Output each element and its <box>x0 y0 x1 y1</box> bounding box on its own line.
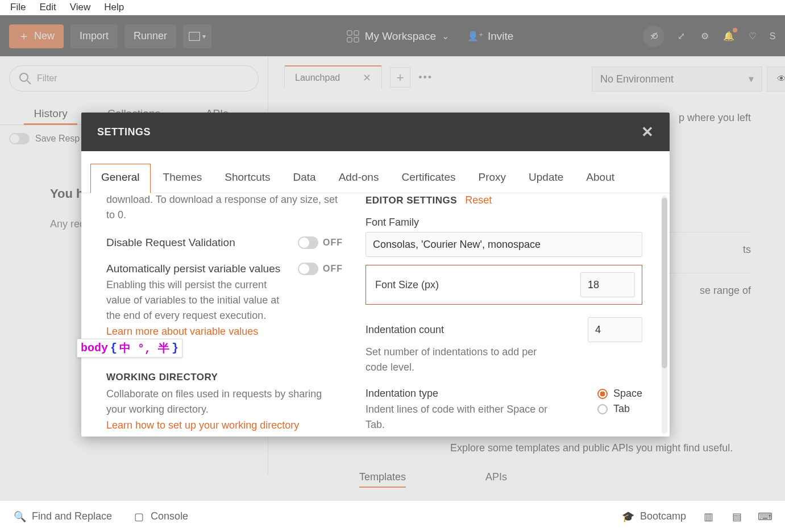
os-menu-edit[interactable]: Edit <box>32 1 63 14</box>
disable-validation-state: OFF <box>323 238 343 248</box>
indent-count-value: 4 <box>595 324 601 336</box>
toggle-switch-icon <box>298 263 318 275</box>
settings-right-column: EDITOR SETTINGS Reset Font Family Consol… <box>354 193 670 437</box>
persist-variables-state: OFF <box>323 264 343 274</box>
toggle-switch-icon <box>298 236 318 249</box>
settings-modal: SETTINGS ✕ General Themes Shortcuts Data… <box>81 113 670 437</box>
persist-variables-desc: Enabling this will persist the current v… <box>106 277 288 323</box>
console-button[interactable]: ▢ Console <box>132 510 188 523</box>
settings-tab-addons[interactable]: Add-ons <box>329 164 389 193</box>
indent-type-desc: Indent lines of code with either Space o… <box>365 402 553 433</box>
ime-word: body <box>81 342 108 355</box>
os-menu-bar: File Edit View Help <box>0 0 785 15</box>
ime-composition-badge: body { 中 °, 半 } <box>77 339 182 358</box>
pane-layout-2-button[interactable]: ▤ <box>730 510 743 523</box>
os-menu-view[interactable]: View <box>63 1 98 14</box>
settings-tab-proxy[interactable]: Proxy <box>468 164 516 193</box>
search-icon: 🔍 <box>14 510 26 523</box>
console-label: Console <box>151 510 188 522</box>
scrollbar-thumb[interactable] <box>662 198 667 368</box>
indent-count-input[interactable]: 4 <box>588 317 642 342</box>
status-bar: 🔍 Find and Replace ▢ Console 🎓 Bootcamp … <box>0 500 785 532</box>
font-size-input[interactable]: 18 <box>580 272 635 297</box>
working-directory-desc: Collaborate on files used in requests by… <box>106 386 343 417</box>
font-family-value: Consolas, 'Courier New', monospace <box>373 239 541 251</box>
modal-close-button[interactable]: ✕ <box>641 123 654 141</box>
working-directory-link[interactable]: Learn how to set up your working directo… <box>106 419 343 431</box>
ime-close-brace: } <box>172 342 178 355</box>
find-replace-label: Find and Replace <box>32 510 112 522</box>
font-size-label: Font Size (px) <box>375 279 439 291</box>
font-family-input[interactable]: Consolas, 'Courier New', monospace <box>365 232 642 257</box>
bootcamp-button[interactable]: 🎓 Bootcamp <box>622 510 686 523</box>
indent-count-desc: Set number of indentations to add per co… <box>365 344 547 375</box>
editor-settings-heading: EDITOR SETTINGS <box>365 195 457 206</box>
keyboard-shortcuts-button[interactable]: ⌨ <box>759 510 771 523</box>
radio-icon <box>597 404 608 414</box>
editor-reset-link[interactable]: Reset <box>465 194 492 206</box>
settings-tab-shortcuts[interactable]: Shortcuts <box>214 164 280 193</box>
settings-tab-update[interactable]: Update <box>518 164 574 193</box>
font-size-row-highlight: Font Size (px) 18 <box>365 265 642 305</box>
os-menu-help[interactable]: Help <box>97 1 131 14</box>
settings-left-column: download. To download a response of any … <box>81 193 354 437</box>
indent-type-tab-label: Tab <box>613 403 630 415</box>
settings-tab-data[interactable]: Data <box>283 164 326 193</box>
modal-scrollbar[interactable] <box>662 196 667 434</box>
pane-layout-1-button[interactable]: ▥ <box>702 510 715 523</box>
persist-variables-label: Automatically persist variable values <box>106 263 288 275</box>
find-replace-button[interactable]: 🔍 Find and Replace <box>14 510 112 523</box>
ime-chars: 中 °, 半 <box>119 340 169 356</box>
graduation-cap-icon: 🎓 <box>622 510 634 523</box>
disable-validation-toggle[interactable]: OFF <box>298 236 343 249</box>
font-family-label: Font Family <box>365 217 642 228</box>
indent-type-space-label: Space <box>613 388 642 400</box>
max-download-desc: download. To download a response of any … <box>106 193 343 223</box>
indent-count-label: Indentation count <box>365 324 444 336</box>
settings-tab-about[interactable]: About <box>576 164 625 193</box>
indent-type-label: Indentation type <box>365 388 553 400</box>
persist-variables-link[interactable]: Learn more about variable values <box>106 326 288 338</box>
settings-tab-themes[interactable]: Themes <box>153 164 213 193</box>
font-size-value: 18 <box>588 279 599 291</box>
persist-variables-toggle[interactable]: OFF <box>298 263 343 275</box>
radio-selected-icon <box>597 389 608 399</box>
bootcamp-label: Bootcamp <box>640 510 686 522</box>
os-menu-file[interactable]: File <box>3 1 32 14</box>
indent-type-space-radio[interactable]: Space <box>597 388 642 400</box>
ime-open-brace: { <box>110 342 117 355</box>
working-directory-heading: WORKING DIRECTORY <box>106 372 343 383</box>
settings-tabs: General Themes Shortcuts Data Add-ons Ce… <box>81 151 670 193</box>
settings-tab-general[interactable]: General <box>90 164 151 193</box>
modal-title: SETTINGS <box>97 126 151 138</box>
console-icon: ▢ <box>132 510 145 523</box>
indent-type-tab-radio[interactable]: Tab <box>597 403 642 415</box>
settings-tab-certificates[interactable]: Certificates <box>391 164 466 193</box>
disable-validation-label: Disable Request Validation <box>106 236 235 249</box>
modal-header: SETTINGS ✕ <box>81 113 670 151</box>
